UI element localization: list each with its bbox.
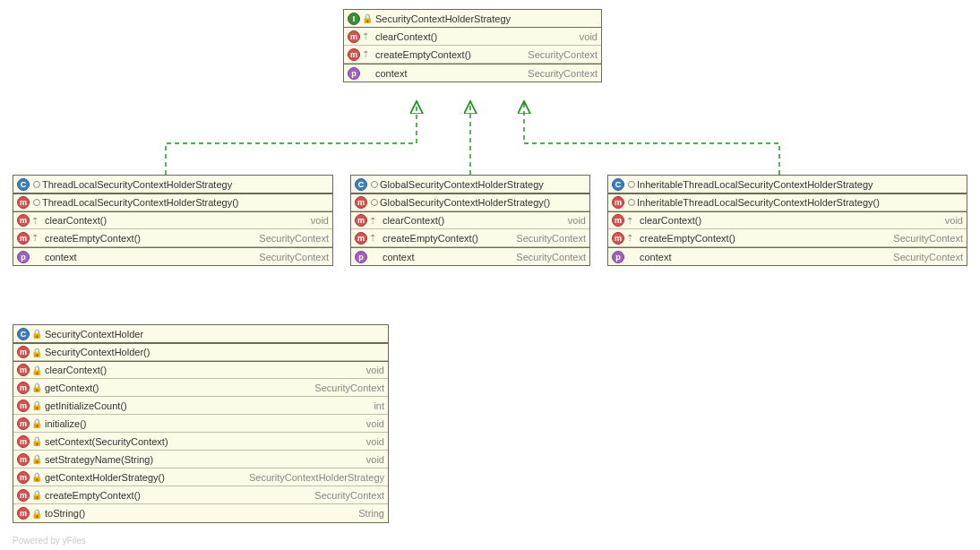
property-row: p context SecurityContext	[608, 247, 967, 265]
title-row: C 🔒 SecurityContextHolder	[13, 325, 388, 343]
visibility-icon: 🔒	[31, 509, 42, 519]
method-row: m 🔒 createEmptyContext() SecurityContext	[13, 486, 388, 504]
method-icon: m	[355, 232, 367, 245]
ctor-row: m 🔒 SecurityContextHolder()	[13, 343, 388, 361]
package-vis-icon	[628, 199, 635, 206]
title-row: C GlobalSecurityContextHolderStrategy	[351, 176, 589, 193]
method-icon: m	[348, 48, 360, 61]
class-icon: C	[17, 328, 30, 340]
title-row: C ThreadLocalSecurityContextHolderStrate…	[13, 176, 332, 193]
impl-icon: ⇡	[626, 233, 637, 243]
impl-icon: ⇡	[369, 233, 380, 243]
title-row: C InheritableThreadLocalSecurityContextH…	[608, 176, 967, 193]
method-icon: m	[17, 489, 30, 502]
method-icon: m	[348, 30, 360, 43]
class-icon: C	[612, 178, 624, 191]
package-vis-icon	[371, 199, 378, 206]
method-icon: m	[17, 232, 30, 245]
method-row: m 🔒 getInitializeCount() int	[13, 397, 388, 415]
property-icon: p	[612, 251, 624, 263]
property-row: p context SecurityContext	[344, 64, 601, 82]
property-row: p context SecurityContext	[13, 247, 332, 265]
method-row: m ⇡ createEmptyContext() SecurityContext	[608, 229, 967, 247]
property-icon: p	[348, 67, 360, 80]
class-icon: C	[17, 178, 30, 191]
visibility-icon: 🔒	[31, 436, 42, 446]
ctor-row: m InheritableThreadLocalSecurityContextH…	[608, 193, 967, 211]
method-icon: m	[17, 196, 30, 209]
method-icon: m	[17, 364, 30, 376]
visibility-icon: 🔒	[362, 13, 373, 23]
uml-class-ThreadLocal: C ThreadLocalSecurityContextHolderStrate…	[13, 175, 333, 266]
method-row: m 🔒 initialize() void	[13, 415, 388, 433]
method-icon: m	[17, 382, 30, 394]
method-icon: m	[17, 453, 30, 466]
method-row: m 🔒 getContextHolderStrategy() SecurityC…	[13, 468, 388, 486]
title-row: I 🔒 SecurityContextHolderStrategy	[344, 10, 601, 28]
method-icon: m	[612, 214, 624, 227]
impl-icon: ⇡	[626, 216, 637, 226]
method-row: m ⇡ createEmptyContext() SecurityContext	[351, 229, 589, 247]
ctor-row: m GlobalSecurityContextHolderStrategy()	[351, 193, 589, 211]
method-icon: m	[17, 214, 30, 227]
visibility-icon: 🔒	[31, 490, 42, 500]
method-icon: m	[17, 417, 30, 430]
method-row: m ⇡ clearContext() void	[351, 211, 589, 229]
method-row: m 🔒 getContext() SecurityContext	[13, 379, 388, 397]
method-icon: m	[17, 507, 30, 520]
method-icon: m	[355, 196, 367, 209]
method-icon: m	[612, 232, 624, 245]
method-row: m ⇡ clearContext() void	[608, 211, 967, 229]
property-row: p context SecurityContext	[351, 247, 589, 265]
method-icon: m	[355, 214, 367, 227]
method-icon: m	[17, 471, 30, 484]
impl-icon: ⇡	[31, 233, 42, 243]
method-row: m 🔒 setContext(SecurityContext) void	[13, 433, 388, 451]
property-icon: p	[17, 251, 30, 263]
abstract-icon: ⇡	[362, 31, 373, 41]
method-icon: m	[17, 400, 30, 412]
credit-label: Powered by yFiles	[13, 536, 86, 546]
uml-interface-SecurityContextHolderStrategy: I 🔒 SecurityContextHolderStrategy m ⇡ cl…	[343, 9, 602, 82]
visibility-icon: 🔒	[31, 329, 42, 339]
method-row: m ⇡ clearContext() void	[13, 211, 332, 229]
property-icon: p	[355, 251, 367, 263]
package-vis-icon	[33, 181, 40, 188]
visibility-icon: 🔒	[31, 400, 42, 410]
private-lock-icon: 🔒	[31, 418, 42, 428]
method-row: m ⇡ createEmptyContext() SecurityContext	[13, 229, 332, 247]
uml-class-Inheritable: C InheritableThreadLocalSecurityContextH…	[607, 175, 967, 266]
method-icon: m	[612, 196, 624, 209]
method-row: m 🔒 toString() String	[13, 504, 388, 522]
visibility-icon: 🔒	[31, 454, 42, 464]
package-vis-icon	[33, 199, 40, 206]
method-row: m ⇡ clearContext() void	[344, 28, 601, 46]
impl-icon: ⇡	[31, 216, 42, 226]
package-vis-icon	[628, 181, 635, 188]
impl-icon: ⇡	[369, 216, 380, 226]
ctor-row: m ThreadLocalSecurityContextHolderStrate…	[13, 193, 332, 211]
interface-icon: I	[348, 13, 360, 25]
method-row: m 🔒 clearContext() void	[13, 361, 388, 379]
method-row: m 🔒 setStrategyName(String) void	[13, 451, 388, 468]
visibility-icon: 🔒	[31, 348, 42, 357]
uml-class-SecurityContextHolder: C 🔒 SecurityContextHolder m 🔒 SecurityCo…	[13, 324, 389, 523]
visibility-icon: 🔒	[31, 472, 42, 482]
class-icon: C	[355, 178, 367, 191]
class-name: SecurityContextHolderStrategy	[375, 13, 511, 24]
uml-class-Global: C GlobalSecurityContextHolderStrategy m …	[350, 175, 590, 266]
package-vis-icon	[371, 181, 378, 188]
method-icon: m	[17, 346, 30, 358]
visibility-icon: 🔒	[31, 382, 42, 392]
method-icon: m	[17, 435, 30, 448]
method-row: m ⇡ createEmptyContext() SecurityContext	[344, 46, 601, 64]
visibility-icon: 🔒	[31, 365, 42, 375]
abstract-icon: ⇡	[362, 49, 373, 59]
